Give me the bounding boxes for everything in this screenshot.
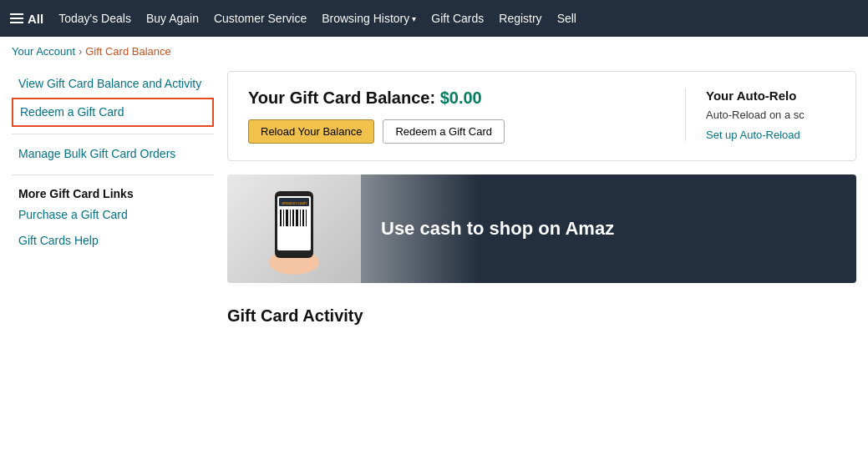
main-layout: View Gift Card Balance and Activity Rede… — [0, 63, 868, 326]
breadcrumb-parent[interactable]: Your Account — [12, 45, 75, 58]
sidebar-item-view-balance[interactable]: View Gift Card Balance and Activity — [12, 71, 214, 98]
breadcrumb-current: Gift Card Balance — [85, 45, 171, 58]
hamburger-icon — [10, 13, 23, 23]
svg-rect-13 — [306, 210, 307, 226]
balance-left: Your Gift Card Balance: $0.00 Reload You… — [248, 88, 685, 144]
svg-rect-10 — [296, 210, 298, 226]
navbar: All Today's Deals Buy Again Customer Ser… — [0, 0, 868, 37]
breadcrumb-separator: › — [79, 46, 82, 58]
nav-buy-again[interactable]: Buy Again — [146, 12, 199, 25]
balance-title-prefix: Your Gift Card Balance: — [248, 88, 435, 107]
auto-reload-desc: Auto-Reload on a sc — [706, 108, 835, 123]
nav-customer-service[interactable]: Customer Service — [214, 12, 307, 25]
sidebar-item-help[interactable]: Gift Cards Help — [12, 228, 214, 255]
all-label: All — [28, 12, 43, 26]
chevron-down-icon: ▾ — [412, 14, 416, 23]
banner-text-area: Use cash to shop on Amaz — [361, 201, 856, 256]
nav-browsing-history[interactable]: Browsing History ▾ — [322, 12, 416, 25]
sidebar-divider — [12, 134, 214, 134]
sidebar-divider-2 — [12, 174, 214, 175]
auto-reload-title: Your Auto-Relo — [706, 88, 835, 103]
nav-registry[interactable]: Registry — [499, 12, 541, 25]
nav-todays-deals[interactable]: Today's Deals — [58, 12, 131, 25]
balance-card: Your Gift Card Balance: $0.00 Reload You… — [227, 71, 856, 161]
promo-banner[interactable]: amazon cash Use cash to shop on Amaz — [227, 174, 856, 283]
setup-auto-reload-link[interactable]: Set up Auto-Reload — [706, 129, 800, 141]
reload-balance-button[interactable]: Reload Your Balance — [248, 119, 374, 144]
nav-gift-cards[interactable]: Gift Cards — [431, 12, 484, 25]
svg-text:amazon cash: amazon cash — [282, 200, 307, 205]
sidebar-item-purchase[interactable]: Purchase a Gift Card — [12, 202, 214, 229]
redeem-gift-card-button[interactable]: Redeem a Gift Card — [383, 119, 505, 144]
phone-illustration: amazon cash — [256, 183, 332, 275]
balance-title: Your Gift Card Balance: $0.00 — [248, 88, 685, 108]
breadcrumb: Your Account › Gift Card Balance — [0, 37, 868, 63]
sidebar-item-redeem[interactable]: Redeem a Gift Card — [12, 98, 214, 128]
svg-rect-7 — [286, 210, 288, 226]
sidebar-item-manage-bulk[interactable]: Manage Bulk Gift Card Orders — [12, 141, 214, 168]
balance-buttons: Reload Your Balance Redeem a Gift Card — [248, 119, 685, 144]
balance-right: Your Auto-Relo Auto-Reload on a sc Set u… — [685, 88, 835, 141]
sidebar-more-title: More Gift Card Links — [12, 182, 214, 202]
svg-rect-12 — [302, 210, 304, 226]
nav-sell[interactable]: Sell — [557, 12, 576, 25]
all-menu-button[interactable]: All — [10, 12, 43, 26]
sidebar: View Gift Card Balance and Activity Rede… — [12, 63, 227, 326]
balance-amount: $0.00 — [440, 88, 482, 107]
svg-rect-6 — [283, 210, 284, 226]
activity-title: Gift Card Activity — [227, 300, 856, 326]
svg-rect-9 — [292, 210, 294, 226]
svg-rect-8 — [290, 210, 291, 226]
svg-rect-5 — [280, 210, 282, 226]
svg-rect-11 — [300, 210, 301, 226]
main-content: Your Gift Card Balance: $0.00 Reload You… — [227, 63, 856, 326]
banner-text: Use cash to shop on Amaz — [381, 218, 836, 240]
banner-image: amazon cash — [227, 174, 361, 283]
